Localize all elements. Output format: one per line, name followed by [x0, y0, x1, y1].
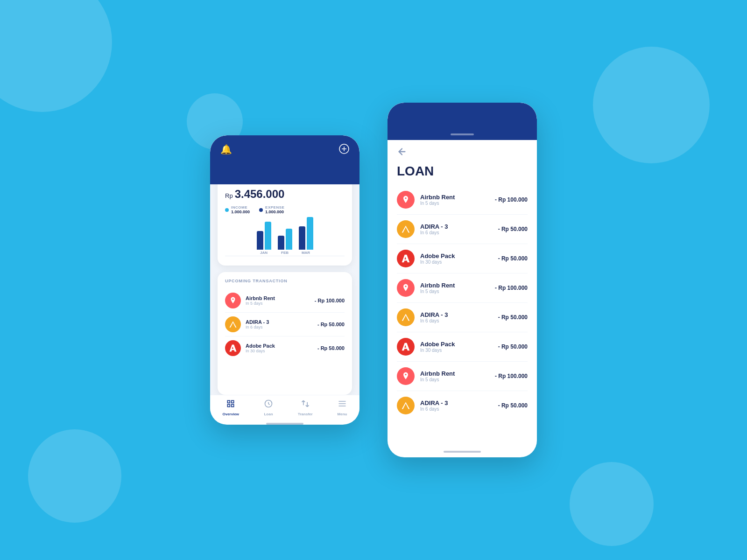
- upcoming-card: UPCOMING TRANSACTION Airbnb Rent In 5 da…: [218, 272, 352, 395]
- transaction-info: Airbnb Rent In 5 days: [246, 295, 310, 306]
- expense-dot: [259, 208, 263, 212]
- bottom-nav: Overview Loan Transfer: [210, 395, 359, 423]
- loan-amount: - Rp 50.000: [498, 343, 528, 350]
- right-phone-top-bar: [388, 103, 537, 140]
- right-phone: LOAN Airbnb Rent In 5 days - Rp 100.000: [388, 103, 537, 457]
- loan-days: In 30 days: [420, 259, 493, 265]
- loan-name: Adobe Pack: [420, 341, 493, 348]
- transaction-item[interactable]: Airbnb Rent In 5 days - Rp 100.000: [225, 289, 345, 313]
- left-phone-header: 🔔: [210, 135, 359, 184]
- loan-item[interactable]: ADIRA - 3 In 6 days - Rp 50.000: [397, 303, 528, 332]
- chart-group-feb: FEB: [278, 229, 292, 255]
- loan-item[interactable]: Adobe Pack In 30 days - Rp 50.000: [397, 244, 528, 273]
- loan-item[interactable]: ADIRA - 3 In 6 days - Rp 50.000: [397, 391, 528, 420]
- loan-name: ADIRA - 3: [420, 223, 493, 230]
- adobe-icon: [397, 250, 415, 267]
- adira-icon: [397, 397, 415, 414]
- transfer-icon: [301, 399, 310, 411]
- loan-icon: [264, 399, 273, 411]
- adira-icon: [397, 308, 415, 326]
- loan-info: Airbnb Rent In 5 days: [420, 194, 489, 206]
- chart-group-jan: JAN: [257, 222, 271, 255]
- transaction-item[interactable]: Adobe Pack In 30 days - Rp 50.000: [225, 336, 345, 360]
- loan-amount: - Rp 50.000: [498, 402, 528, 409]
- loan-days: In 6 days: [420, 406, 493, 412]
- bar-jan-light: [265, 222, 271, 250]
- bell-icon[interactable]: 🔔: [220, 144, 232, 155]
- loan-info: ADIRA - 3 In 6 days: [420, 223, 493, 235]
- add-icon[interactable]: [339, 144, 349, 156]
- nav-transfer[interactable]: Transfer: [298, 399, 313, 416]
- loan-title: LOAN: [397, 164, 528, 179]
- loan-item[interactable]: Airbnb Rent In 5 days - Rp 100.000: [397, 273, 528, 303]
- home-indicator: [266, 423, 303, 425]
- airbnb-icon: [397, 367, 415, 385]
- transaction-days: In 5 days: [246, 301, 310, 306]
- more-options-icon[interactable]: ⋮: [337, 184, 345, 186]
- expense-value: 1.000.000: [265, 210, 284, 214]
- loan-amount: - Rp 100.000: [495, 285, 528, 291]
- transaction-item[interactable]: ADIRA - 3 In 6 days - Rp 50.000: [225, 313, 345, 336]
- bar-feb-light: [286, 229, 292, 250]
- loan-amount: - Rp 100.000: [495, 196, 528, 203]
- loan-name: Airbnb Rent: [420, 370, 489, 377]
- expense-label: EXPENSE: [265, 205, 284, 210]
- expense-legend-item: EXPENSE 1.000.000: [259, 205, 284, 214]
- left-phone: 🔔 TOTAL BALANCE ⋮ Rp3.456.000: [210, 135, 359, 425]
- loan-info: ADIRA - 3 In 6 days: [420, 399, 493, 412]
- income-dot: [225, 208, 229, 212]
- balance-amount: Rp3.456.000: [225, 188, 345, 201]
- airbnb-icon: [225, 293, 241, 308]
- income-legend-item: INCOME 1.000.000: [225, 205, 250, 214]
- nav-loan[interactable]: Loan: [264, 399, 273, 416]
- chart-group-mar: MAR: [299, 217, 313, 255]
- overview-icon: [226, 399, 235, 411]
- transaction-amount: - Rp 50.000: [317, 345, 345, 351]
- chart-legend: INCOME 1.000.000 EXPENSE 1.000.000: [225, 205, 345, 214]
- back-arrow-icon: [397, 147, 407, 159]
- transaction-info: ADIRA - 3 In 6 days: [246, 319, 313, 329]
- loan-name: Adobe Pack: [420, 252, 493, 259]
- loan-list: Airbnb Rent In 5 days - Rp 100.000 ADIRA…: [397, 185, 528, 441]
- transaction-amount: - Rp 100.000: [315, 298, 345, 303]
- adobe-icon: [225, 340, 241, 356]
- income-value: 1.000.000: [231, 210, 250, 214]
- transaction-name: Airbnb Rent: [246, 295, 310, 301]
- home-indicator-right: [444, 451, 481, 453]
- bar-jan-dark: [257, 231, 263, 250]
- loan-amount: - Rp 50.000: [498, 314, 528, 321]
- drag-handle: [451, 133, 474, 135]
- nav-loan-label: Loan: [264, 412, 273, 416]
- menu-icon: [338, 399, 347, 411]
- loan-days: In 5 days: [420, 377, 489, 382]
- loan-days: In 6 days: [420, 318, 493, 323]
- loan-amount: - Rp 100.000: [495, 373, 528, 379]
- loan-item[interactable]: ADIRA - 3 In 6 days - Rp 50.000: [397, 215, 528, 244]
- transaction-days: In 6 days: [246, 325, 313, 329]
- nav-menu-label: Menu: [338, 412, 347, 416]
- loan-item[interactable]: Airbnb Rent In 5 days - Rp 100.000: [397, 362, 528, 391]
- currency-label: Rp: [225, 192, 233, 199]
- airbnb-icon: [397, 191, 415, 209]
- back-button[interactable]: [397, 147, 528, 159]
- loan-name: Airbnb Rent: [420, 282, 489, 289]
- nav-overview-label: Overview: [222, 412, 239, 416]
- loan-name: Airbnb Rent: [420, 194, 489, 201]
- loan-days: In 6 days: [420, 230, 493, 235]
- bar-feb-dark: [278, 236, 284, 250]
- loan-info: Adobe Pack In 30 days: [420, 252, 493, 265]
- loan-amount: - Rp 50.000: [498, 226, 528, 232]
- transaction-days: In 30 days: [246, 349, 313, 353]
- loan-item[interactable]: Airbnb Rent In 5 days - Rp 100.000: [397, 185, 528, 215]
- nav-overview[interactable]: Overview: [222, 399, 239, 416]
- income-label: INCOME: [231, 205, 250, 210]
- adira-icon: [225, 316, 241, 332]
- loan-item[interactable]: Adobe Pack In 30 days - Rp 50.000: [397, 332, 528, 362]
- adobe-icon: [397, 338, 415, 356]
- loan-info: ADIRA - 3 In 6 days: [420, 311, 493, 323]
- nav-menu[interactable]: Menu: [338, 399, 347, 416]
- transaction-name: Adobe Pack: [246, 343, 313, 349]
- transaction-amount: - Rp 50.000: [317, 322, 345, 327]
- bar-mar-dark: [299, 226, 305, 250]
- transaction-info: Adobe Pack In 30 days: [246, 343, 313, 353]
